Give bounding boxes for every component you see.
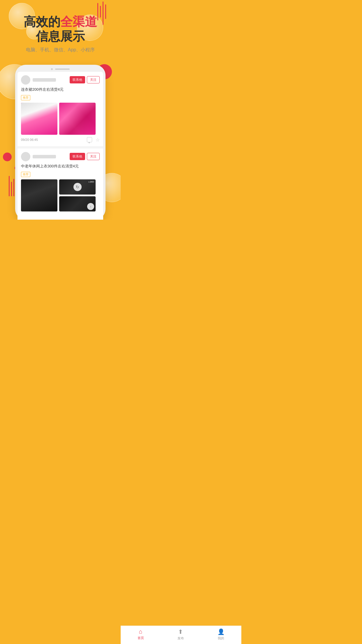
avatar-2 <box>21 152 30 161</box>
post-title-1: 连衣裙200件左右清货4元 <box>21 87 100 92</box>
post-header-1: 联系他 关注 <box>21 75 100 85</box>
post-card-1: 联系他 关注 连衣裙200件左右清货4元 推荐 <box>17 72 103 146</box>
post-header-2: 联系他 关注 <box>21 152 100 161</box>
post-card-2: 联系他 关注 中老年休闲上衣300件左右清货4元 推荐 <box>17 148 103 217</box>
hero-title-line2: 信息展示 <box>24 29 97 44</box>
post-image-black-right-col: LOCI ↻ ↑ <box>59 179 96 211</box>
follow-button-2[interactable]: 关注 <box>87 153 100 160</box>
refresh-overlay[interactable]: ↻ <box>73 183 82 191</box>
post-image-black-extra-wrapper: ↑ <box>59 196 96 211</box>
fabric-brand-text: LOCI <box>88 181 94 183</box>
post-images-1 <box>21 103 100 135</box>
post-image-pink-coat <box>21 103 57 135</box>
phone-camera <box>51 68 53 70</box>
main-content: 高效的全渠道 信息展示 电脑、手机、微信、App、小程序 <box>0 0 121 220</box>
post-title-2: 中老年休闲上衣300件左右清货4元 <box>21 164 100 169</box>
hero-section: 高效的全渠道 信息展示 电脑、手机、微信、App、小程序 <box>15 0 106 59</box>
post-image-black-fabric: LOCI ↻ <box>59 179 96 195</box>
post-time-1: 09/20 06:45 <box>21 138 38 141</box>
hero-subtitle: 电脑、手机、微信、App、小程序 <box>24 47 97 53</box>
contact-button-1[interactable]: 联系他 <box>70 76 85 83</box>
post-image-black-extra: ↑ <box>59 196 96 211</box>
tag-recommend-2: 推荐 <box>21 172 30 177</box>
username-blur-2 <box>33 155 56 158</box>
tag-recommend-1: 推荐 <box>21 95 30 100</box>
contact-button-2[interactable]: 联系他 <box>70 153 85 160</box>
phone-top-bar <box>17 68 103 70</box>
follow-button-1[interactable]: 关注 <box>87 76 100 83</box>
post-actions-2[interactable]: 联系他 关注 <box>70 153 100 160</box>
post-image-black-coat-wrapper <box>21 179 57 211</box>
post-image-pink-fabric <box>59 103 96 135</box>
post-user-1 <box>21 75 56 85</box>
hero-title-line1: 高效的全渠道 <box>24 15 97 29</box>
phone-screen: 联系他 关注 连衣裙200件左右清货4元 推荐 <box>17 72 103 220</box>
post-user-2 <box>21 152 56 161</box>
comment-icon-1[interactable] <box>87 137 92 142</box>
star-icon-1[interactable]: ☆ <box>96 137 100 143</box>
post-image-black-fabric-wrapper: LOCI ↻ <box>59 179 96 195</box>
app-content: 联系他 关注 连衣裙200件左右清货4元 推荐 <box>17 72 103 217</box>
post-footer-actions-1: ☆ <box>87 137 100 143</box>
avatar-1 <box>21 75 30 85</box>
hero-text-black: 高效的 <box>24 15 60 29</box>
post-image-black-coat <box>21 179 57 211</box>
username-blur-1 <box>33 78 56 82</box>
scroll-arrow-icon[interactable]: ↑ <box>87 203 94 210</box>
post-images-2: LOCI ↻ ↑ <box>21 179 100 211</box>
hero-text-highlight: 全渠道 <box>60 15 97 29</box>
phone-mockup: 联系他 关注 连衣裙200件左右清货4元 推荐 <box>15 65 106 220</box>
post-footer-1: 09/20 06:45 ☆ <box>21 137 100 143</box>
post-actions-1[interactable]: 联系他 关注 <box>70 76 100 83</box>
phone-speaker <box>55 69 70 70</box>
